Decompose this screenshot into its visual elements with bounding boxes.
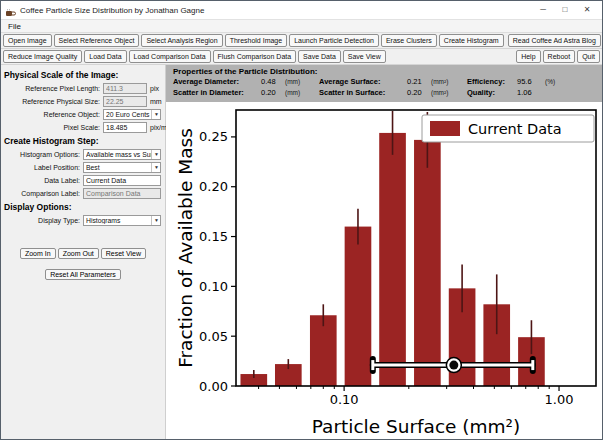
ref-physical-size-unit: mm [147,98,163,105]
ref-physical-size-input[interactable] [103,96,147,107]
chevron-down-icon: ▼ [151,163,159,172]
ref-pixel-length-input[interactable] [103,83,147,94]
menu-file[interactable]: File [1,22,28,31]
chart-figure: 0.000.050.100.150.200.250.101.00Particle… [166,102,602,439]
view-buttons: Zoom InZoom OutReset View [3,242,163,260]
properties-panel: Properties of the Particle Distribution:… [166,65,602,102]
panel-button-zoom-in[interactable]: Zoom In [20,248,56,259]
histogram-chart: 0.000.050.100.150.200.250.101.00Particle… [166,102,603,440]
scatter-diameter-value: 0.20 [261,88,285,97]
scatter-diameter-label: Scatter in Diameter: [173,88,261,97]
histogram-options-label: Histogram Options: [3,151,83,158]
toolbar-button-reduce-image-quality[interactable]: Reduce Image Quality [3,50,82,63]
y-tick-label: 0.20 [199,179,228,194]
title-bar: Coffee Particle Size Distribution by Jon… [1,1,602,20]
y-tick-label: 0.25 [199,129,228,144]
chevron-down-icon: ▼ [151,150,159,159]
legend-swatch [430,121,460,136]
histogram-bar [414,140,441,386]
histogram-bar [379,133,406,386]
efficiency-unit: (%) [545,78,569,85]
toolbar-button-save-view[interactable]: Save View [343,50,386,63]
scatter-surface-value: 0.20 [407,88,431,97]
scatter-diameter-unit: (mm) [285,89,319,96]
create-histogram-heading: Create Histogram Step: [4,136,163,146]
toolbar-button-open-image[interactable]: Open Image [3,34,52,47]
toolbar-button-load-data[interactable]: Load Data [84,50,126,63]
toolbar-button-quit[interactable]: Quit [577,50,600,63]
toolbar-button-erase-clusters[interactable]: Erase Clusters [381,34,437,47]
window-controls: ─ □ ✕ [532,1,598,19]
histogram-options-select[interactable]: Available mass vs Surface ▼ [83,149,161,160]
toolbar-button-help[interactable]: Help [516,50,540,63]
comparison-label-label: Comparison Label: [3,190,83,197]
chevron-down-icon: ▼ [151,216,159,225]
minimize-icon[interactable]: ─ [532,1,554,19]
toolbar-button-threshold-image[interactable]: Threshold Image [225,34,288,47]
maximize-icon[interactable]: □ [554,1,576,19]
toolbar-button-create-histogram[interactable]: Create Histogram [439,34,504,47]
properties-heading: Properties of the Particle Distribution: [173,67,602,76]
avg-surface-unit: (mm²) [431,78,467,85]
toolbar-button-load-comparison-data[interactable]: Load Comparison Data [129,50,211,63]
avg-surface-label: Average Surface: [319,77,407,86]
avg-diameter-value: 0.48 [261,77,285,86]
efficiency-value: 95.6 [517,77,545,86]
ref-pixel-length-label: Reference Pixel Length: [3,85,103,92]
ref-physical-size-label: Reference Physical Size: [3,98,103,105]
y-tick-label: 0.05 [199,329,228,344]
y-tick-label: 0.00 [199,379,228,394]
toolbar-button-select-analysis-region[interactable]: Select Analysis Region [141,34,222,47]
scatter-surface-label: Scatter in Surface: [319,88,407,97]
pixel-scale-input[interactable] [103,122,147,133]
ref-pixel-length-unit: pix [147,85,163,92]
scatter-surface-unit: (mm²) [431,89,467,96]
display-type-label: Display Type: [3,217,83,224]
data-label-label: Data Label: [3,177,83,184]
panel-button-reset-view[interactable]: Reset View [101,248,146,259]
histogram-bar [345,227,372,386]
settings-sidebar: Physical Scale of the Image: Reference P… [1,65,166,439]
y-axis-label: Fraction of Available Mass [175,128,196,368]
panel-button-zoom-out[interactable]: Zoom Out [58,248,99,259]
toolbar-button-flush-comparison-data[interactable]: Flush Comparison Data [213,50,297,63]
toolbar-button-save-data[interactable]: Save Data [298,50,341,63]
label-position-label: Label Position: [3,164,83,171]
label-position-select[interactable]: Best ▼ [83,162,161,173]
x-axis-label: Particle Surface (mm²) [312,416,521,437]
toolbar-row-1: Open ImageSelect Reference ObjectSelect … [1,33,602,49]
quality-value: 1.06 [517,88,545,97]
efficiency-label: Efficiency: [467,77,517,86]
toolbar-button-read-coffee-ad-astra-blog[interactable]: Read Coffee Ad Astra Blog [508,34,601,47]
comparison-label-input[interactable] [83,188,161,199]
display-type-select[interactable]: Histograms ▼ [83,215,161,226]
toolbar-row-2: Reduce Image QualityLoad DataLoad Compar… [1,49,602,65]
pixel-scale-label: Pixel Scale: [3,124,103,131]
toolbar-button-reboot[interactable]: Reboot [543,50,576,63]
y-tick-label: 0.15 [199,229,228,244]
display-options-heading: Display Options: [4,202,163,212]
reference-object-select[interactable]: 20 Euro Cents ▼ [103,109,161,120]
reset-all-parameters-button[interactable]: Reset All Parameters [45,269,121,280]
y-tick-label: 0.10 [199,279,228,294]
app-window: Coffee Particle Size Distribution by Jon… [0,0,603,440]
quality-label: Quality: [467,88,517,97]
x-tick-label: 1.00 [545,392,574,407]
toolbar-button-select-reference-object[interactable]: Select Reference Object [54,34,140,47]
physical-scale-heading: Physical Scale of the Image: [4,70,163,80]
app-icon [5,5,16,16]
avg-diameter-unit: (mm) [285,78,319,85]
data-label-input[interactable] [83,175,161,186]
window-title: Coffee Particle Size Distribution by Jon… [20,6,204,15]
chevron-down-icon: ▼ [151,110,159,119]
avg-diameter-label: Average Diameter: [173,77,261,86]
toolbar-button-launch-particle-detection[interactable]: Launch Particle Detection [289,34,379,47]
reference-object-label: Reference Object: [3,111,103,118]
close-icon[interactable]: ✕ [576,1,598,19]
legend-label: Current Data [468,121,562,137]
avg-surface-value: 0.21 [407,77,431,86]
main-area: Properties of the Particle Distribution:… [166,65,602,439]
menu-bar: File [1,20,602,33]
x-tick-label: 0.10 [330,392,359,407]
